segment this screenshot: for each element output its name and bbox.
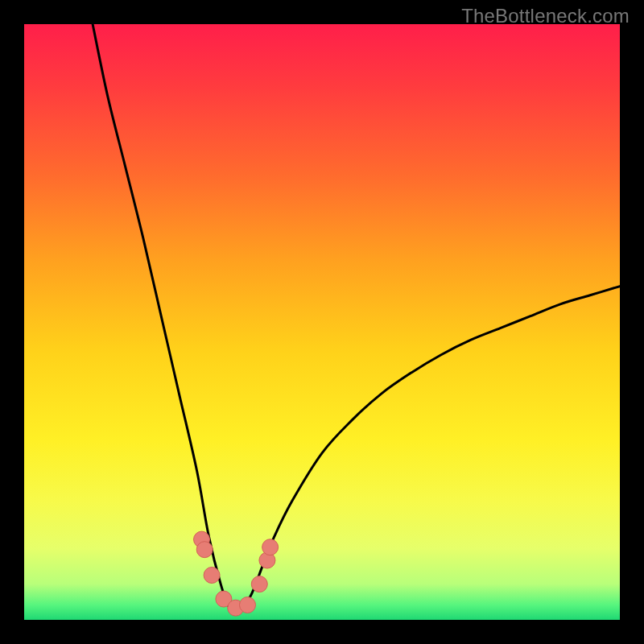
bottleneck-curve	[93, 24, 620, 610]
marker-point	[262, 539, 279, 555]
chart-frame: TheBottleneck.com	[0, 0, 644, 644]
curve-layer	[24, 24, 620, 620]
watermark-text: TheBottleneck.com	[461, 5, 630, 27]
marker-point	[240, 597, 256, 613]
marker-point	[251, 576, 267, 592]
plot-area	[24, 24, 620, 620]
marker-point	[196, 542, 213, 558]
curve-markers	[194, 531, 279, 616]
marker-point	[204, 568, 220, 584]
